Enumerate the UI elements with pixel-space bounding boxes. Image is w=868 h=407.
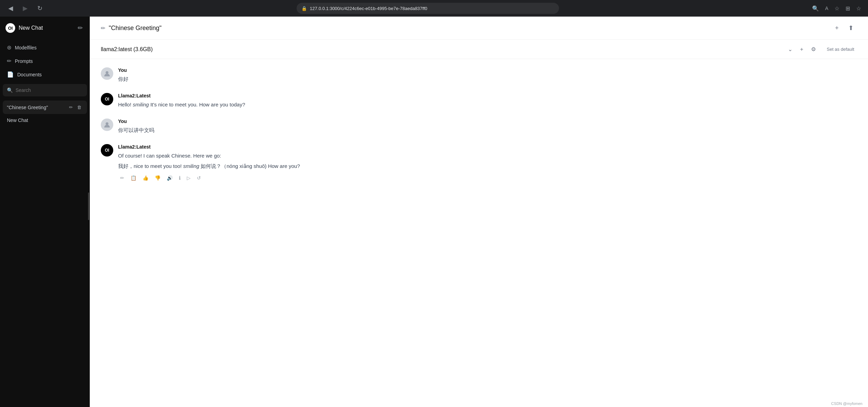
chat-item-new-label: New Chat <box>7 117 83 123</box>
model-settings-button[interactable]: ⚙ <box>808 45 819 54</box>
model-add-button[interactable]: + <box>797 45 806 54</box>
address-bar[interactable]: 🔒 127.0.0.1:3000/c/4224c6ec-e01b-4995-be… <box>297 3 559 14</box>
browser-star-button[interactable]: ☆ <box>855 4 862 13</box>
url-text: 127.0.0.1:3000/c/4224c6ec-e01b-4995-be7e… <box>310 6 427 11</box>
app-container: OI New Chat ✏ ⊛ Modelfiles ✏ Prompts 📄 D… <box>0 17 868 407</box>
chat-item-actions: ✏ 🗑 <box>68 104 83 111</box>
prompts-icon: ✏ <box>7 58 11 64</box>
browser-grid-button[interactable]: ⊞ <box>844 4 851 13</box>
msg-thumbdown-button[interactable]: 👎 <box>153 174 163 182</box>
chat-item-chinese-greeting[interactable]: "Chinese Greeting" ✏ 🗑 <box>3 101 87 114</box>
sidebar-item-prompts-label: Prompts <box>15 58 33 64</box>
sidebar-item-modelfiles[interactable]: ⊛ Modelfiles <box>3 41 87 54</box>
message-text-ai-1: Hello! smiling It's nice to meet you. Ho… <box>118 101 857 109</box>
msg-speak-button[interactable]: 🔊 <box>165 174 175 182</box>
model-name: llama2:latest (3.6GB) <box>101 46 153 53</box>
message-body-user-2: You 你可以讲中文吗 <box>118 119 857 134</box>
msg-play-button[interactable]: ▷ <box>185 174 193 182</box>
sidebar: OI New Chat ✏ ⊛ Modelfiles ✏ Prompts 📄 D… <box>0 17 90 407</box>
browser-profile-button[interactable]: A <box>824 4 830 13</box>
search-input[interactable] <box>16 87 83 93</box>
ai-text-line1: Of course! I can speak Chinese. Here we … <box>118 152 857 160</box>
sidebar-nav: ⊛ Modelfiles ✏ Prompts 📄 Documents <box>0 39 90 83</box>
message-body-ai-1: Llama2:Latest Hello! smiling It's nice t… <box>118 93 857 109</box>
msg-info-button[interactable]: ℹ <box>177 174 183 182</box>
messages-area: You 你好 OI Llama2:Latest Hello! smiling I… <box>90 59 868 400</box>
chat-delete-button[interactable]: 🗑 <box>76 104 83 111</box>
sidebar-item-prompts[interactable]: ✏ Prompts <box>3 54 87 68</box>
sidebar-search[interactable]: 🔍 <box>3 84 87 96</box>
svg-point-1 <box>106 122 108 125</box>
message-row-ai-1: OI Llama2:Latest Hello! smiling It's nic… <box>101 93 857 109</box>
footer-text: CSDN @myfomen <box>831 401 862 406</box>
sidebar-scrollbar <box>88 192 89 220</box>
msg-edit-button[interactable]: ✏ <box>118 174 126 182</box>
msg-thumbup-button[interactable]: 👍 <box>141 174 151 182</box>
set-default-link[interactable]: Set as default <box>824 45 857 53</box>
chat-item-label: "Chinese Greeting" <box>7 105 68 110</box>
back-button[interactable]: ◀ <box>6 3 16 13</box>
chat-title-area: ✏ "Chinese Greeting" <box>101 25 162 32</box>
ai-avatar-1: OI <box>101 93 113 105</box>
chat-title-edit-icon[interactable]: ✏ <box>101 25 105 31</box>
chat-title: "Chinese Greeting" <box>109 25 162 32</box>
svg-point-0 <box>106 71 108 74</box>
sidebar-header: OI New Chat ✏ <box>0 17 90 39</box>
refresh-button[interactable]: ↻ <box>35 3 45 13</box>
add-session-button[interactable]: + <box>831 22 842 34</box>
sidebar-chat-list: "Chinese Greeting" ✏ 🗑 New Chat <box>0 98 90 407</box>
share-button[interactable]: ⬆ <box>845 22 857 34</box>
sidebar-new-chat-label: New Chat <box>19 25 43 31</box>
chat-edit-button[interactable]: ✏ <box>68 104 74 111</box>
message-actions-ai-2: ✏ 📋 👍 👎 🔊 ℹ ▷ ↺ <box>118 174 857 182</box>
message-body-ai-2: Llama2:Latest Of course! I can speak Chi… <box>118 144 857 182</box>
user-avatar-1 <box>101 67 113 80</box>
browser-favorite-button[interactable]: ☆ <box>833 4 841 13</box>
message-row-ai-2: OI Llama2:Latest Of course! I can speak … <box>101 144 857 182</box>
msg-copy-button[interactable]: 📋 <box>128 174 138 182</box>
sidebar-item-documents[interactable]: 📄 Documents <box>3 68 87 81</box>
model-actions: ⌄ + ⚙ <box>785 45 818 54</box>
chat-item-new-chat[interactable]: New Chat <box>3 114 87 126</box>
chat-footer: CSDN @myfomen <box>90 400 868 407</box>
secure-icon: 🔒 <box>301 6 307 11</box>
search-icon: 🔍 <box>7 87 13 93</box>
chat-header: ✏ "Chinese Greeting" + ⬆ <box>90 17 868 40</box>
documents-icon: 📄 <box>7 71 14 78</box>
ai-avatar-2: OI <box>101 144 113 157</box>
sidebar-item-documents-label: Documents <box>17 72 42 77</box>
modelfiles-icon: ⊛ <box>7 44 11 51</box>
sidebar-item-modelfiles-label: Modelfiles <box>15 45 37 50</box>
model-chevron-button[interactable]: ⌄ <box>785 45 795 54</box>
message-row-user-2: You 你可以讲中文吗 <box>101 119 857 134</box>
user-avatar-2 <box>101 119 113 131</box>
sidebar-logo: OI <box>6 23 15 33</box>
model-selector-bar: llama2:latest (3.6GB) ⌄ + ⚙ Set as defau… <box>90 40 868 59</box>
chat-header-actions: + ⬆ <box>831 22 857 34</box>
message-text-user-1: 你好 <box>118 75 857 83</box>
browser-chrome: ◀ ▶ ↻ 🔒 127.0.0.1:3000/c/4224c6ec-e01b-4… <box>0 0 868 17</box>
forward-button[interactable]: ▶ <box>20 3 30 13</box>
message-sender-user-2: You <box>118 119 857 124</box>
sidebar-logo-area: OI New Chat <box>6 23 43 33</box>
ai-text-line2: 我好，nice to meet you too! smiling 如何说？（nó… <box>118 162 857 170</box>
message-text-user-2: 你可以讲中文吗 <box>118 126 857 134</box>
main-content: ✏ "Chinese Greeting" + ⬆ llama2:latest (… <box>90 17 868 407</box>
message-row-user-1: You 你好 <box>101 67 857 83</box>
message-text-ai-2: Of course! I can speak Chinese. Here we … <box>118 152 857 170</box>
message-sender-ai-2: Llama2:Latest <box>118 144 857 150</box>
browser-search-button[interactable]: 🔍 <box>811 4 820 13</box>
message-sender-user-1: You <box>118 67 857 73</box>
message-sender-ai-1: Llama2:Latest <box>118 93 857 98</box>
msg-retry-button[interactable]: ↺ <box>195 174 203 182</box>
message-body-user-1: You 你好 <box>118 67 857 83</box>
new-chat-icon-button[interactable]: ✏ <box>76 23 84 33</box>
